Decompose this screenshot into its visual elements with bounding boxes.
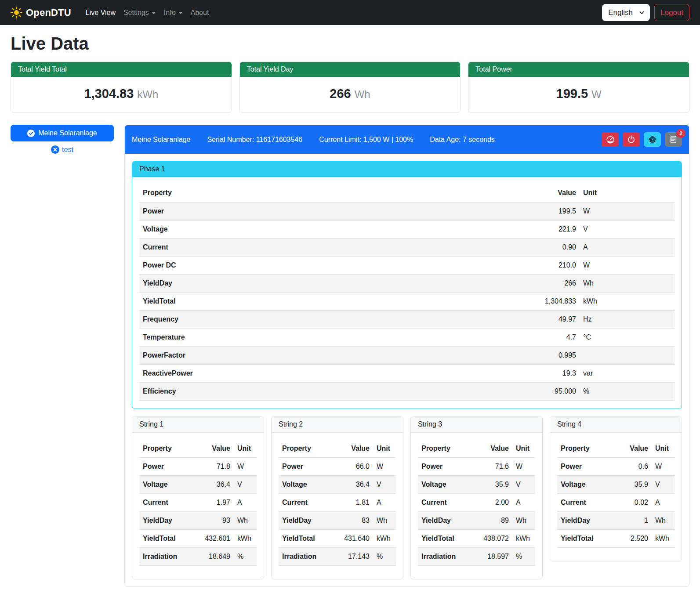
property-cell: Voltage	[418, 476, 478, 494]
card-total-yield-day: Total Yield Day 266Wh	[239, 62, 461, 113]
column-header: Property	[557, 440, 617, 458]
nav-links: Live View Settings Info About	[82, 5, 213, 20]
property-cell: Current	[279, 494, 339, 512]
string-table: Property Value Unit Power71.6WVoltage35.…	[418, 440, 535, 566]
table-row: YieldDay83Wh	[279, 512, 396, 530]
unit-cell: W	[512, 458, 535, 476]
string-card-3: String 3 Property Value Unit	[410, 416, 543, 580]
value-cell: 36.4	[339, 476, 373, 494]
table-row: Power71.8W	[139, 458, 257, 476]
property-cell: Temperature	[139, 328, 522, 346]
table-header-row: Property Value Unit	[139, 440, 257, 458]
unit-cell: A	[652, 494, 675, 512]
speedometer-icon	[606, 135, 615, 144]
unit-cell: kWh	[373, 530, 396, 548]
event-log-button[interactable]: 2	[665, 132, 682, 147]
column-header: Value	[617, 440, 652, 458]
power-button[interactable]	[623, 132, 640, 147]
value-cell: 199.5	[522, 202, 580, 220]
unit-cell: %	[373, 548, 396, 566]
column-header: Property	[139, 440, 199, 458]
summary-cards-row: Total Yield Total 1,304.83kWh Total Yiel…	[11, 62, 689, 113]
table-row: Current0.02A	[557, 494, 675, 512]
nav-item-label: Settings	[123, 9, 149, 17]
unit-cell: Wh	[580, 274, 675, 292]
inverter-select-button[interactable]: Meine Solaranlage	[11, 125, 114, 141]
inverter-item-label: test	[62, 146, 73, 154]
property-cell: ReactivePower	[139, 364, 522, 382]
content-row: Meine Solaranlage test Meine Solaranlage…	[11, 125, 689, 587]
string-card-2: String 2 Property Value Unit	[271, 416, 403, 580]
limit-settings-button[interactable]	[602, 132, 619, 147]
value-cell: 1,304.833	[522, 292, 580, 310]
unit-cell: var	[580, 364, 675, 382]
page-title: Live Data	[11, 34, 689, 54]
table-header-row: Property Value Unit	[139, 184, 675, 202]
value-cell: 95.000	[522, 382, 580, 400]
table-row: Irradiation18.597%	[418, 548, 535, 566]
nav-item-info[interactable]: Info	[160, 5, 187, 20]
string-card-title: String 4	[550, 416, 682, 433]
table-row: YieldTotal431.640kWh	[279, 530, 396, 548]
string-table: Property Value Unit Power0.6WVoltage35.9…	[557, 440, 675, 548]
unit-cell: A	[580, 238, 675, 256]
unit-cell: kWh	[652, 530, 675, 548]
language-select[interactable]: English	[602, 4, 650, 21]
table-row: YieldTotal438.072kWh	[418, 530, 535, 548]
property-cell: YieldTotal	[557, 530, 617, 548]
value-cell: 431.640	[339, 530, 373, 548]
brand[interactable]: OpenDTU	[11, 7, 71, 18]
table-row: YieldDay89Wh	[418, 512, 535, 530]
unit-cell: V	[373, 476, 396, 494]
table-row: PowerFactor0.995	[139, 346, 675, 364]
device-info-button[interactable]	[644, 132, 661, 147]
unit-cell	[580, 346, 675, 364]
table-row: Frequency49.97Hz	[139, 310, 675, 328]
nav-item-about[interactable]: About	[187, 5, 213, 20]
unit-cell: V	[512, 476, 535, 494]
value-cell: 18.649	[199, 548, 234, 566]
table-row: Power DC210.0W	[139, 256, 675, 274]
phase-table: Property Value Unit Power199.5WVoltage22…	[139, 184, 675, 401]
property-cell: YieldDay	[557, 512, 617, 530]
value-cell: 1	[617, 512, 652, 530]
logout-button[interactable]: Logout	[654, 4, 689, 21]
inverter-item-test[interactable]: test	[11, 145, 114, 154]
unit-cell: %	[580, 382, 675, 400]
unit-cell: Hz	[580, 310, 675, 328]
value-cell: 4.7	[522, 328, 580, 346]
value-cell: 17.143	[339, 548, 373, 566]
property-cell: Voltage	[279, 476, 339, 494]
column-header: Unit	[580, 184, 675, 202]
table-row: YieldTotal2.520kWh	[557, 530, 675, 548]
chevron-down-icon	[639, 10, 645, 15]
card-header: Total Power	[468, 62, 689, 77]
card-header: Total Yield Total	[11, 62, 232, 77]
unit-cell: kWh	[580, 292, 675, 310]
unit-cell: W	[580, 202, 675, 220]
table-row: Voltage35.9V	[418, 476, 535, 494]
value-cell: 36.4	[199, 476, 234, 494]
table-row: Voltage36.4V	[139, 476, 257, 494]
unit-cell: Wh	[234, 512, 257, 530]
value-cell: 210.0	[522, 256, 580, 274]
inverter-name: Meine Solaranlage	[132, 136, 190, 144]
property-cell: Irradiation	[279, 548, 339, 566]
nav-item-settings[interactable]: Settings	[120, 5, 160, 20]
table-row: Voltage221.9V	[139, 220, 675, 238]
property-cell: YieldDay	[279, 512, 339, 530]
chevron-down-icon	[152, 12, 156, 14]
value-cell: 66.0	[339, 458, 373, 476]
string-card-body: Property Value Unit Power71.6WVoltage35.…	[411, 433, 542, 579]
property-cell: YieldDay	[139, 274, 522, 292]
table-row: ReactivePower19.3var	[139, 364, 675, 382]
value-cell: 2.00	[478, 494, 512, 512]
property-cell: Current	[418, 494, 478, 512]
phase-card-title: Phase 1	[132, 161, 682, 177]
unit-cell: V	[580, 220, 675, 238]
string-card-4: String 4 Property Value Unit	[550, 416, 682, 562]
nav-item-live-view[interactable]: Live View	[82, 5, 120, 20]
card-body: 266Wh	[240, 77, 461, 112]
card-total-power: Total Power 199.5W	[468, 62, 689, 113]
property-cell: Power DC	[139, 256, 522, 274]
